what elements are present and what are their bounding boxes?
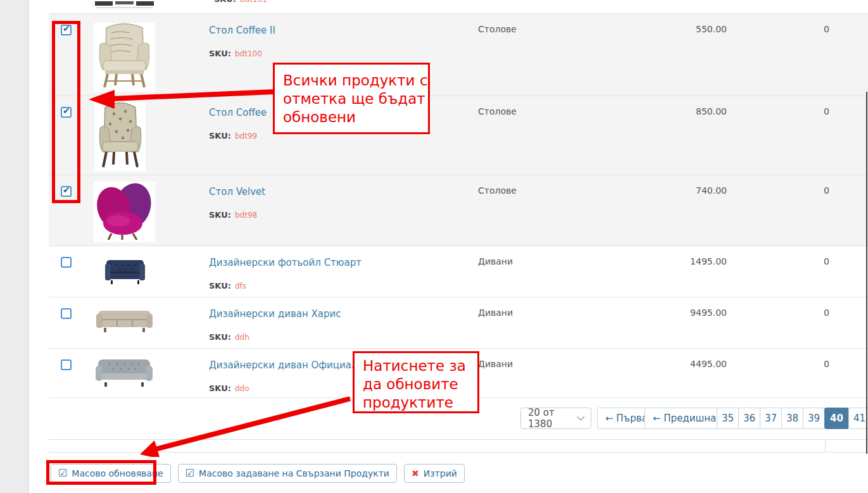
row-checkbox[interactable]: ✔ (61, 186, 72, 197)
product-name-link[interactable]: Дизайнерски диван Харис (209, 308, 341, 320)
row-checkbox[interactable] (61, 308, 72, 319)
product-price: 4495.00 (633, 349, 727, 397)
sku-label: SKU: (209, 131, 231, 140)
table-footer-row (49, 440, 868, 452)
page-left-margin (0, 0, 29, 493)
pagination-page-button[interactable]: 41 (848, 408, 868, 429)
sku-value: dfs (235, 282, 246, 290)
product-name-link[interactable]: Стол Velvet (209, 186, 265, 197)
product-image[interactable] (92, 246, 209, 297)
table-row: Дизайнерски фотьойл Стюарт SKU:dfs Диван… (49, 246, 868, 297)
product-name-link[interactable]: Стол Coffee II (209, 25, 275, 36)
table-row: Дизайнерски диван Харис SKU:ddh Дивани 9… (49, 297, 868, 349)
sku-value: bdt100 (235, 49, 262, 58)
row-checkbox[interactable] (61, 359, 72, 370)
column-divider (825, 440, 826, 452)
table-row: ✔ Стол Coffee II SKU:bdt100 Столове 550.… (49, 14, 868, 96)
pagination-page-button[interactable]: 37 (760, 408, 782, 429)
annotation-note-checked-products: Всички продукти с отметка ще бъдат обнов… (273, 63, 430, 134)
pagination-page-button[interactable]: 35 (717, 408, 739, 429)
viewport-edge-line (866, 92, 867, 454)
mass-update-label: Масово обновяване (72, 468, 163, 478)
mass-related-products-button[interactable]: ☑ Масово задаване на Свързани Продукти (178, 464, 397, 483)
per-page-select[interactable]: 20 от 1380 (520, 408, 591, 429)
checkmark-icon: ✔ (63, 23, 70, 34)
product-image[interactable] (92, 349, 209, 397)
product-image[interactable] (92, 14, 209, 96)
table-row: ✔ Стол Velvet SKU:bdt98 Столове 740.00 0 (49, 175, 868, 246)
products-table: SKU:bdt101 ✔ Стол Coffee II SKU:bdt100 С… (49, 0, 868, 398)
product-category: Дивани (478, 246, 633, 297)
table-row-partial: SKU:bdt101 (49, 0, 868, 14)
product-qty: 0 (727, 297, 829, 348)
sku-label: SKU: (209, 384, 231, 393)
delete-label: Изтрий (424, 468, 457, 478)
product-price: 850.00 (633, 96, 727, 175)
sku-line: SKU:bdt101 (214, 0, 267, 4)
product-qty: 0 (727, 246, 829, 297)
checked-checkbox-icon: ☑ (186, 468, 194, 478)
product-image (94, 0, 155, 8)
product-qty: 0 (727, 14, 829, 96)
mass-related-label: Масово задаване на Свързани Продукти (199, 468, 389, 478)
sku-value: bdt101 (240, 0, 267, 4)
product-image[interactable] (92, 96, 209, 175)
pagination-page-button-active[interactable]: 40 (824, 408, 849, 429)
sku-value: ddo (235, 384, 249, 393)
checkmark-icon: ✔ (63, 185, 70, 196)
pagination-page-button[interactable]: 36 (738, 408, 760, 429)
bulk-actions-toolbar: ☑ Масово обновяване ☑ Масово задаване на… (51, 464, 465, 483)
mass-update-button[interactable]: ☑ Масово обновяване (51, 464, 171, 483)
checked-checkbox-icon: ☑ (58, 468, 67, 478)
product-price: 550.00 (633, 14, 727, 96)
product-name-link[interactable]: Стол Coffee (209, 107, 267, 118)
product-category: Столове (478, 96, 633, 175)
row-checkbox[interactable] (61, 257, 72, 268)
product-price: 9495.00 (633, 297, 727, 348)
sku-label: SKU: (214, 0, 236, 4)
product-name-link[interactable]: Дизайнерски фотьойл Стюарт (209, 257, 362, 268)
pagination-page-button[interactable]: 39 (803, 408, 825, 429)
product-category: Столове (478, 14, 633, 96)
sku-value: ddh (235, 333, 249, 342)
product-category: Дивани (478, 349, 633, 397)
sku-label: SKU: (209, 281, 231, 290)
product-image[interactable] (92, 175, 209, 246)
product-category: Столове (478, 175, 633, 246)
product-image[interactable] (92, 297, 209, 348)
sku-value: bdt98 (235, 211, 257, 220)
product-price: 1495.00 (633, 246, 727, 297)
product-category: Дивани (478, 297, 633, 348)
sku-label: SKU: (209, 49, 231, 58)
sku-label: SKU: (209, 210, 231, 220)
sku-value: bdt99 (235, 132, 257, 140)
product-name-link[interactable]: Дизайнерски диван Официал (209, 359, 358, 371)
chevron-down-icon (577, 416, 585, 421)
product-price: 740.00 (633, 175, 727, 246)
annotation-note-update-products: Натиснете за да обновите продуктите (353, 351, 479, 413)
row-checkbox[interactable]: ✔ (61, 107, 72, 118)
row-checkbox[interactable]: ✔ (61, 25, 72, 35)
delete-x-icon: ✖ (412, 469, 419, 478)
sku-label: SKU: (209, 332, 231, 342)
pagination-prev-button[interactable]: ← Предишна (645, 408, 724, 429)
product-qty: 0 (727, 175, 829, 246)
delete-button[interactable]: ✖ Изтрий (404, 464, 465, 483)
pagination-pages: 35 36 37 38 39 40 41 (717, 408, 868, 429)
product-qty: 0 (727, 96, 829, 175)
product-qty: 0 (727, 349, 829, 397)
table-row: ✔ Стол Coffee SKU:bdt99 Столове 850.00 0 (49, 96, 868, 175)
checkmark-icon: ✔ (63, 106, 70, 116)
pagination-page-button[interactable]: 38 (781, 408, 803, 429)
per-page-value: 20 от 1380 (528, 407, 577, 430)
